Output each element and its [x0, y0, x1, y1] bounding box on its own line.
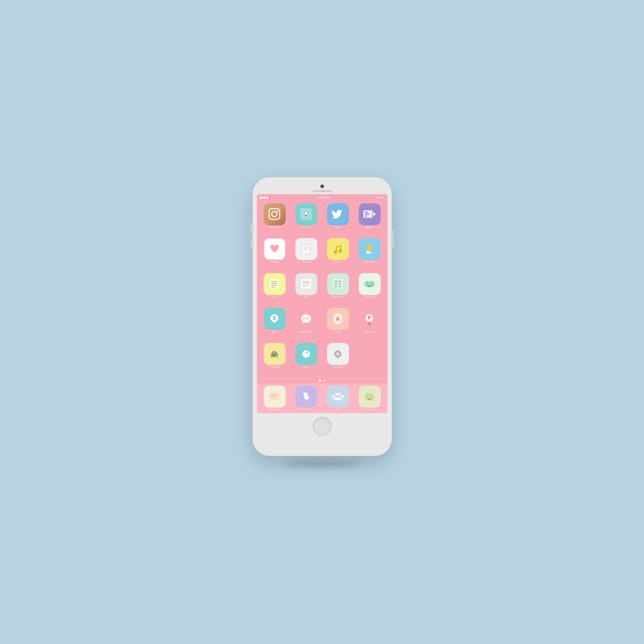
app-notes[interactable]: Notes: [260, 273, 289, 306]
svg-point-6: [307, 211, 309, 212]
svg-rect-43: [338, 286, 341, 287]
svg-rect-67: [269, 392, 279, 399]
speaker: [313, 190, 332, 192]
page-dot-2[interactable]: [323, 380, 326, 382]
svg-rect-14: [365, 214, 369, 215]
app-settings-label: Settings: [333, 366, 343, 368]
svg-point-71: [365, 393, 374, 401]
app-weather-label: Weather: [364, 261, 374, 263]
app-etsy[interactable]: A Etsy: [323, 308, 353, 341]
svg-text:A: A: [336, 315, 340, 322]
app-pinterest[interactable]: P Pinterest: [355, 308, 384, 341]
svg-point-23: [367, 245, 372, 250]
power-button[interactable]: [392, 230, 394, 249]
app-health-label: Health: [271, 261, 278, 263]
svg-rect-38: [334, 281, 337, 283]
status-bar: ♥ 12:00 AM 100%: [257, 194, 387, 201]
svg-marker-12: [373, 212, 376, 216]
home-button[interactable]: [313, 417, 332, 436]
svg-rect-41: [338, 284, 341, 285]
dock-internet-label: Internets: [364, 408, 375, 411]
app-health[interactable]: Health: [260, 238, 289, 271]
svg-point-64: [305, 353, 307, 355]
svg-point-21: [334, 251, 337, 254]
page-dots: [257, 378, 387, 383]
status-battery: 100%: [377, 196, 384, 199]
app-grid: Instagram: [257, 201, 387, 378]
volume-down-button[interactable]: [251, 237, 252, 248]
svg-point-53: [305, 318, 307, 319]
svg-text:$: $: [273, 315, 276, 321]
app-videos-label: Videos: [366, 226, 373, 229]
app-videos[interactable]: Videos: [355, 203, 384, 236]
svg-point-59: [272, 354, 274, 355]
app-duolingo[interactable]: Duolingo: [355, 273, 384, 306]
svg-point-74: [367, 396, 368, 397]
svg-rect-0: [269, 209, 280, 219]
app-twitter[interactable]: Twitter: [323, 203, 353, 236]
phone-shadow: [284, 460, 360, 467]
app-pinterest-label: Pinterest: [364, 330, 375, 333]
dock-phone-label: Phone: [302, 408, 310, 411]
phone-wrapper: ♥ 12:00 AM 100% Instagram: [252, 177, 392, 467]
dock-phone[interactable]: Phone: [292, 386, 321, 411]
app-news-label: News: [303, 296, 310, 298]
app-mint-label: Mint: [272, 330, 277, 333]
signal-dot-3: [266, 197, 268, 199]
app-yummly-label: Yummly: [270, 366, 279, 368]
app-news[interactable]: News: [292, 273, 321, 306]
svg-point-49: [371, 283, 373, 284]
dock-mail[interactable]: Mail: [323, 386, 353, 411]
app-yummly[interactable]: Yummly: [260, 343, 289, 376]
svg-point-48: [366, 283, 368, 284]
app-instagram-label: Instagram: [269, 226, 280, 229]
volume-up-button[interactable]: [251, 222, 252, 233]
app-notes-label: Notes: [271, 296, 278, 298]
app-music-label: Music: [334, 261, 341, 263]
svg-point-2: [277, 210, 278, 212]
status-time: 12:00 AM: [317, 196, 330, 199]
svg-point-1: [272, 211, 277, 217]
app-weather[interactable]: Weather: [355, 238, 384, 271]
phone: ♥ 12:00 AM 100% Instagram: [252, 177, 392, 456]
app-instagram[interactable]: Instagram: [260, 203, 289, 236]
app-calculator-label: Calculator: [332, 296, 344, 298]
app-music[interactable]: Music: [323, 238, 353, 271]
svg-point-60: [275, 353, 276, 354]
app-messenger[interactable]: Messenger: [292, 308, 321, 341]
app-ibooks-label: iBooks: [302, 261, 310, 263]
svg-point-9: [303, 212, 305, 214]
svg-rect-40: [334, 284, 337, 285]
dock-mail-label: Mail: [335, 408, 340, 411]
camera: [320, 184, 324, 188]
svg-point-52: [303, 318, 304, 319]
svg-point-4: [304, 212, 307, 215]
app-settings[interactable]: Settings: [323, 343, 353, 376]
svg-point-61: [274, 355, 275, 356]
app-maps[interactable]: Maps: [292, 343, 321, 376]
svg-point-22: [339, 249, 342, 252]
app-messenger-label: Messenger: [300, 330, 313, 333]
app-photos[interactable]: Photos: [292, 203, 321, 236]
screen: ♥ 12:00 AM 100% Instagram: [257, 194, 387, 413]
svg-point-66: [336, 352, 340, 356]
signal-dot-1: [260, 197, 262, 199]
app-photos-label: Photos: [302, 226, 310, 229]
dock: Messages Phone: [257, 383, 387, 413]
app-calculator[interactable]: Calculator: [323, 273, 353, 306]
app-ibooks[interactable]: iBooks: [292, 238, 321, 271]
svg-point-10: [307, 212, 309, 214]
dock-internet[interactable]: Internets: [355, 386, 384, 411]
svg-rect-15: [365, 216, 367, 217]
signal-dot-2: [263, 197, 265, 199]
dock-messages-label: Messages: [269, 408, 281, 411]
app-mint[interactable]: $ Mint: [260, 308, 289, 341]
svg-point-54: [308, 318, 309, 319]
svg-rect-42: [334, 286, 337, 287]
dock-messages[interactable]: Messages: [260, 386, 289, 411]
svg-point-75: [371, 396, 372, 397]
signal-area: ♥: [260, 196, 271, 199]
svg-marker-77: [372, 392, 374, 393]
page-dot-1[interactable]: [319, 380, 321, 382]
svg-rect-34: [302, 281, 310, 284]
